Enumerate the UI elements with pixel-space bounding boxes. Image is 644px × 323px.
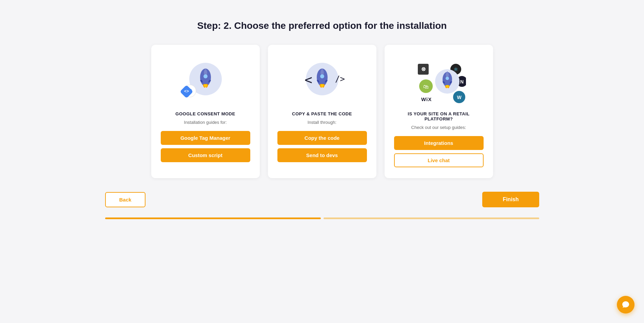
copy-paste-subtitle: Install through: bbox=[308, 120, 336, 125]
copy-paste-card: < /> COPY & PASTE THE CODE Install throu… bbox=[268, 45, 376, 178]
retail-platform-title: IS YOUR SITE ON A RETAIL PLATFORM? bbox=[394, 111, 484, 121]
retail-platform-illustration: ⊗ ⚛ 🛍 N WiX bbox=[412, 57, 466, 104]
progress-bar bbox=[102, 217, 543, 219]
copy-code-button[interactable]: Copy the code bbox=[277, 131, 367, 145]
svg-point-11 bbox=[320, 74, 324, 78]
progress-segment-2 bbox=[324, 217, 539, 219]
retail-platform-subtitle: Check out our setup guides: bbox=[411, 125, 466, 130]
copy-paste-illustration: < /> bbox=[295, 57, 349, 104]
svg-point-2 bbox=[203, 74, 208, 78]
svg-text:/>: /> bbox=[335, 74, 345, 84]
finish-button[interactable]: Finish bbox=[482, 192, 539, 207]
chat-icon bbox=[621, 300, 630, 309]
svg-point-22 bbox=[446, 77, 449, 80]
svg-text:WiX: WiX bbox=[421, 96, 432, 102]
send-to-devs-button[interactable]: Send to devs bbox=[277, 148, 367, 162]
google-consent-subtitle: Installation guides for: bbox=[184, 120, 227, 125]
svg-text:<: < bbox=[305, 72, 312, 87]
google-consent-card: G <> GOOGLE CONSENT MODE Installation gu… bbox=[151, 45, 260, 178]
svg-text:<>: <> bbox=[184, 89, 189, 94]
copy-paste-buttons: Copy the code Send to devs bbox=[277, 131, 367, 162]
google-consent-title: GOOGLE CONSENT MODE bbox=[175, 111, 235, 116]
live-chat-button[interactable]: Live chat bbox=[394, 153, 484, 167]
svg-text:🛍: 🛍 bbox=[423, 84, 429, 90]
google-consent-buttons: Google Tag Manager Custom script bbox=[161, 131, 250, 162]
svg-text:⊗: ⊗ bbox=[421, 66, 425, 72]
custom-script-button[interactable]: Custom script bbox=[161, 148, 250, 162]
progress-segment-1 bbox=[105, 217, 321, 219]
svg-text:W: W bbox=[457, 95, 462, 100]
chat-widget[interactable] bbox=[617, 296, 635, 314]
retail-platform-card: ⊗ ⚛ 🛍 N WiX bbox=[385, 45, 493, 178]
integrations-button[interactable]: Integrations bbox=[394, 136, 484, 150]
cards-container: G <> GOOGLE CONSENT MODE Installation gu… bbox=[102, 45, 543, 178]
bottom-bar: Back Finish bbox=[102, 192, 543, 207]
svg-text:N: N bbox=[460, 79, 463, 84]
google-tag-manager-button[interactable]: Google Tag Manager bbox=[161, 131, 250, 145]
google-consent-illustration: G <> bbox=[178, 57, 233, 104]
retail-platform-buttons: Integrations Live chat bbox=[394, 136, 484, 167]
page-title: Step: 2. Choose the preferred option for… bbox=[197, 20, 447, 31]
copy-paste-title: COPY & PASTE THE CODE bbox=[292, 111, 352, 116]
back-button[interactable]: Back bbox=[105, 192, 146, 207]
